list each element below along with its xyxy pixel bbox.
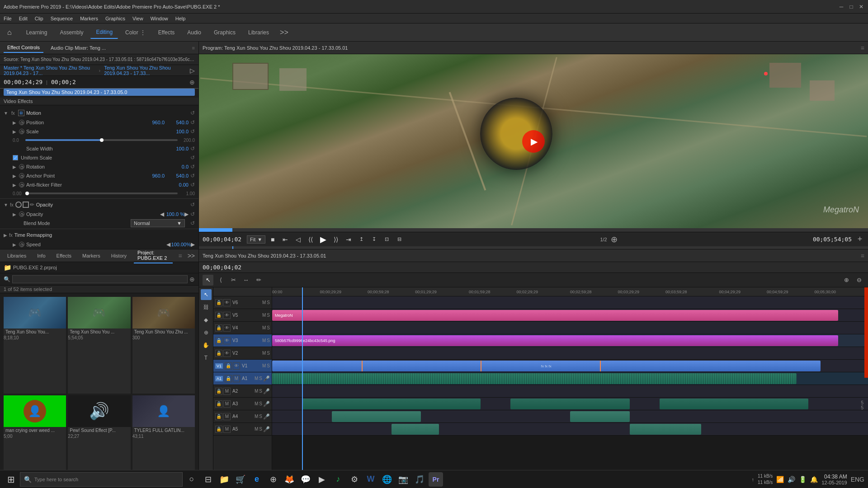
- taskbar-chrome-icon[interactable]: ⊕: [266, 472, 280, 487]
- track-lock-a5[interactable]: 🔒: [215, 426, 222, 433]
- taskbar-youtube-icon[interactable]: ▶: [315, 472, 329, 487]
- tl-razor-tool[interactable]: ✂: [228, 275, 239, 286]
- tl-arrow-tool[interactable]: ↖: [201, 289, 212, 300]
- fx-antiflicker-clock-icon[interactable]: ◷: [19, 182, 24, 188]
- tab-markers[interactable]: Markers: [79, 251, 104, 260]
- pm-play-button[interactable]: ▶: [318, 234, 329, 245]
- track-vis-v6[interactable]: 👁: [223, 299, 231, 306]
- pm-overwrite-button[interactable]: ↧: [368, 234, 379, 245]
- tl-zoom-out-tool[interactable]: ⊖: [854, 275, 864, 286]
- maximize-button[interactable]: □: [848, 4, 854, 10]
- fx-uniformscale-checkbox[interactable]: ✓: [13, 155, 18, 160]
- track-vis-a3[interactable]: M: [223, 400, 231, 408]
- nav-effects[interactable]: Effects: [153, 27, 180, 38]
- pm-add-button[interactable]: +: [855, 235, 864, 244]
- tab-project[interactable]: Project: PUBG.EXE 2: [134, 249, 173, 263]
- track-mute-v3[interactable]: S: [267, 338, 270, 343]
- taskbar-file-explorer-icon[interactable]: 📁: [217, 472, 231, 487]
- taskbar-ie-icon[interactable]: 🌐: [380, 472, 394, 487]
- menu-window[interactable]: Window: [151, 16, 168, 21]
- fx-opacity-reset-icon[interactable]: ↺: [190, 202, 195, 208]
- tab-audio-clip-mixer[interactable]: Audio Clip Mixer: Teng ...: [47, 43, 109, 52]
- clip-a4-2[interactable]: [570, 411, 630, 422]
- tl-add-marker-tool[interactable]: ◆: [201, 314, 212, 325]
- fx-antiflicker-value[interactable]: 0.00: [168, 182, 189, 188]
- clip-a5-2[interactable]: [630, 424, 701, 435]
- bc-clip[interactable]: Teng Xun Shou You Zhu Shou 2019.04.23 - …: [104, 65, 186, 76]
- ec-timecode-out[interactable]: 00;00;2: [51, 79, 76, 85]
- fx-uniformscale-reset[interactable]: ↺: [190, 155, 195, 161]
- track-lock-v4[interactable]: 🔒: [215, 324, 222, 332]
- menu-markers[interactable]: Markers: [80, 16, 98, 21]
- pm-next-edit-button[interactable]: ⇥: [343, 234, 354, 245]
- tl-settings-icon[interactable]: ≡: [861, 252, 864, 259]
- taskbar-whatsapp-icon[interactable]: 💬: [298, 472, 313, 487]
- tab-info[interactable]: Info: [33, 251, 49, 260]
- track-s-a2[interactable]: S: [259, 389, 262, 394]
- project-new-bin-icon[interactable]: ⊕: [189, 276, 195, 283]
- tl-track-a4[interactable]: [272, 410, 868, 423]
- pm-fit-dropdown[interactable]: Fit ▼: [247, 235, 265, 244]
- nav-editing[interactable]: Editing: [90, 26, 118, 39]
- fx-motion-checkbox[interactable]: fx: [10, 110, 16, 116]
- track-m-a4[interactable]: M: [255, 414, 258, 419]
- taskbar-firefox-icon[interactable]: 🦊: [282, 472, 297, 487]
- track-vis-v5[interactable]: 👁: [223, 312, 231, 319]
- fx-opacity-value-reset[interactable]: ↺: [190, 211, 195, 217]
- fx-position-clock-icon[interactable]: ◷: [19, 120, 24, 125]
- clip-a1-main[interactable]: [272, 373, 797, 384]
- menu-edit[interactable]: Edit: [19, 16, 28, 21]
- fx-position-x[interactable]: 960.0: [144, 120, 165, 125]
- tl-timecode-display[interactable]: 00;00;04;02: [199, 262, 245, 272]
- fx-antiflicker-reset[interactable]: ↺: [190, 182, 195, 188]
- taskbar-battery-icon[interactable]: 🔋: [799, 476, 807, 483]
- track-mic-a5[interactable]: 🎤: [263, 426, 270, 432]
- taskbar-network-icon[interactable]: 📶: [776, 476, 784, 483]
- tl-hand-tool[interactable]: ✋: [201, 340, 212, 351]
- pm-prev-edit-button[interactable]: ⇤: [280, 234, 291, 245]
- nav-assembly[interactable]: Assembly: [54, 27, 89, 38]
- track-lock-v5[interactable]: 🔒: [215, 312, 222, 319]
- menu-file[interactable]: File: [4, 16, 12, 21]
- tl-track-v4[interactable]: [272, 322, 868, 334]
- fx-position-reset[interactable]: ↺: [190, 119, 195, 126]
- taskbar-spotify-icon[interactable]: ♪: [331, 472, 345, 487]
- pm-settings2-button[interactable]: ⊟: [394, 234, 405, 245]
- track-m-a5[interactable]: M: [255, 427, 258, 432]
- nav-audio[interactable]: Audio: [182, 27, 207, 38]
- track-mic-a4[interactable]: 🎤: [263, 413, 270, 420]
- fx-anchor-reset[interactable]: ↺: [190, 173, 195, 179]
- track-eye-v5[interactable]: M: [262, 313, 266, 318]
- tl-select-tool[interactable]: ↖: [203, 275, 213, 286]
- fx-timeremapping-header[interactable]: ▶ fx Time Remapping: [0, 230, 198, 240]
- track-vis-v4[interactable]: 👁: [223, 324, 231, 332]
- menu-graphics[interactable]: Graphics: [105, 16, 125, 21]
- pm-menu-icon[interactable]: ≡: [861, 44, 864, 52]
- fx-scale-thumb[interactable]: [100, 138, 104, 142]
- tab-history[interactable]: History: [108, 251, 130, 260]
- track-eye-v3[interactable]: M: [262, 338, 266, 343]
- nav-libraries[interactable]: Libraries: [243, 27, 274, 38]
- taskbar-store-icon[interactable]: 🛒: [233, 472, 248, 487]
- fx-speed-value[interactable]: 100.00%: [170, 242, 191, 247]
- panel-menu2-icon[interactable]: ≡: [178, 252, 182, 259]
- tl-track-a2[interactable]: [272, 385, 868, 398]
- clip-a5-1[interactable]: [392, 424, 439, 435]
- tl-track-v1[interactable]: fx fx fx: [272, 360, 868, 372]
- list-item[interactable]: 🎮 Teng Xun Shou You Zhu ... 300: [132, 297, 195, 394]
- fx-opacity-value[interactable]: 100.0 %: [164, 211, 184, 217]
- fx-motion-header[interactable]: ▼ fx ⊞ Motion ↺: [0, 108, 198, 118]
- tab-effect-controls[interactable]: Effect Controls: [4, 43, 43, 53]
- panel-menu-icon[interactable]: ≡: [192, 45, 195, 51]
- track-vis-v2[interactable]: 👁: [223, 350, 231, 357]
- taskbar-app2-icon[interactable]: 📷: [396, 472, 410, 487]
- track-lock-v2[interactable]: 🔒: [215, 350, 222, 357]
- clip-a3-2[interactable]: [510, 399, 630, 409]
- taskbar-search-bar[interactable]: 🔍 Type here to search: [20, 472, 183, 487]
- pm-insert-button[interactable]: ↥: [356, 234, 367, 245]
- clip-a3-1[interactable]: [302, 399, 481, 409]
- clip-megatron[interactable]: MegatroN: [272, 310, 838, 321]
- tl-track-a5[interactable]: [272, 423, 868, 436]
- track-mic-a2[interactable]: 🎤: [263, 388, 270, 394]
- pm-step-back-button[interactable]: ◁: [292, 234, 303, 245]
